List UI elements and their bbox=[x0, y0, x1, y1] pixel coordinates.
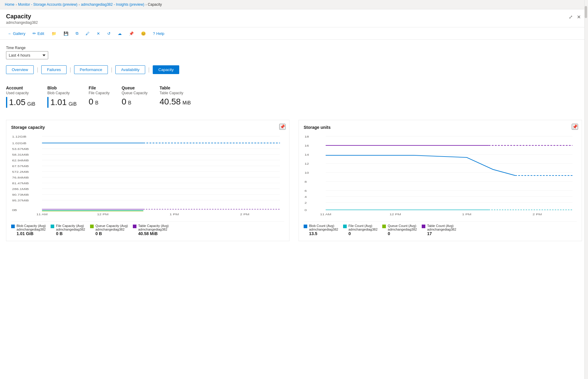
metric-blob-sublabel: Blob Capacity bbox=[47, 91, 77, 95]
legend-file-capacity: File Capacity (Avg) admchangediag382 0 B bbox=[51, 224, 85, 236]
breadcrumb: Home › Monitor - Storage Accounts (previ… bbox=[0, 0, 588, 9]
svg-text:572.2MiB: 572.2MiB bbox=[12, 170, 29, 173]
legend-file-text: File Capacity (Avg) admchangediag382 0 B bbox=[56, 224, 85, 236]
legend-blobcount-text: Blob Count (Avg) admchangediag382 13.5 bbox=[309, 224, 338, 236]
tab-capacity[interactable]: Capacity bbox=[153, 65, 180, 74]
time-range-section: Time Range Last 30 minutesLast hourLast … bbox=[6, 46, 582, 59]
svg-text:1.12GiB: 1.12GiB bbox=[12, 135, 27, 138]
metric-blob-unit: GiB bbox=[69, 101, 77, 107]
legend-blob-capacity: Blob Capacity (Avg) admchangediag382 1.0… bbox=[11, 224, 46, 236]
storage-capacity-panel: Storage capacity 📌 1.12GiB 1.02GiB 53.67… bbox=[6, 120, 289, 241]
svg-text:62.94MiB: 62.94MiB bbox=[12, 159, 29, 162]
legend-tablecount-color bbox=[422, 225, 425, 228]
breadcrumb-insights[interactable]: admchangediag382 - Insights (preview) bbox=[81, 2, 144, 7]
storage-capacity-pin[interactable]: 📌 bbox=[279, 124, 286, 130]
svg-text:18: 18 bbox=[305, 135, 309, 138]
legend-blob-count: Blob Count (Avg) admchangediag382 13.5 bbox=[304, 224, 338, 236]
breadcrumb-home[interactable]: Home bbox=[5, 2, 14, 7]
save-icon: 💾 bbox=[64, 31, 68, 36]
metric-blob-bar bbox=[47, 97, 48, 108]
svg-text:12: 12 bbox=[305, 162, 309, 165]
close-button[interactable]: ✕ bbox=[576, 13, 582, 21]
edit-button[interactable]: ✏ Edit bbox=[31, 30, 46, 37]
copy-icon: ⧉ bbox=[76, 31, 78, 36]
panel-title-area: Capacity admchangediag382 bbox=[6, 13, 38, 25]
svg-text:90.73MiB: 90.73MiB bbox=[12, 193, 29, 196]
copy-button[interactable]: ⧉ bbox=[74, 30, 80, 37]
folder-button[interactable]: 📁 bbox=[50, 30, 58, 37]
metric-queue-label: Queue bbox=[122, 85, 148, 90]
metric-file-label: File bbox=[89, 85, 109, 90]
metric-file-value: 0 bbox=[89, 97, 93, 107]
help-label: Help bbox=[156, 31, 164, 36]
refresh-button[interactable]: ↺ bbox=[105, 30, 112, 37]
tab-availability[interactable]: Availability bbox=[115, 65, 145, 74]
emoji-button[interactable]: 😊 bbox=[139, 30, 148, 37]
metric-table-value: 40.58 bbox=[160, 97, 181, 107]
legend-queuecount-text: Queue Count (Avg) admchangediag382 0 bbox=[388, 224, 417, 236]
save-button[interactable]: 💾 bbox=[62, 30, 70, 37]
metric-file-sublabel: File Capacity bbox=[89, 91, 109, 95]
storage-units-title: Storage units bbox=[304, 125, 577, 130]
metric-table-sublabel: Table Capacity bbox=[160, 91, 191, 95]
tab-performance[interactable]: Performance bbox=[74, 65, 108, 74]
tab-overview[interactable]: Overview bbox=[6, 65, 34, 74]
time-range-select[interactable]: Last 30 minutesLast hourLast 4 hoursLast… bbox=[6, 51, 48, 59]
maximize-button[interactable]: ⤢ bbox=[568, 13, 574, 21]
metric-queue-unit: B bbox=[128, 100, 131, 106]
metric-queue-value-row: 0 B bbox=[122, 97, 148, 107]
storage-units-panel: Storage units 📌 18 16 14 12 10 8 6 4 2 0 bbox=[299, 120, 582, 241]
svg-text:95.37MiB: 95.37MiB bbox=[12, 199, 29, 202]
legend-blobcount-color bbox=[304, 225, 307, 228]
pin-button[interactable]: 📌 bbox=[127, 30, 136, 37]
svg-text:10: 10 bbox=[305, 171, 309, 174]
legend-blob-text: Blob Capacity (Avg) admchangediag382 1.0… bbox=[17, 224, 46, 236]
metric-queue-value: 0 bbox=[122, 97, 127, 107]
tab-sep-4: | bbox=[148, 67, 150, 73]
storage-units-pin[interactable]: 📌 bbox=[572, 124, 578, 130]
svg-text:12 PM: 12 PM bbox=[389, 213, 401, 216]
svg-text:58.31MiB: 58.31MiB bbox=[12, 153, 29, 156]
metric-blob-value-row: 1.01 GiB bbox=[47, 97, 77, 108]
toolbar: ← Gallery ✏ Edit 📁 💾 ⧉ 🖊 ✕ ↺ ☁ 📌 😊 ? Hel… bbox=[0, 27, 588, 40]
help-button[interactable]: ? Help bbox=[151, 30, 166, 37]
legend-file-count: File Count (Avg) admchangediag382 0 bbox=[343, 224, 378, 236]
metric-table-value-row: 40.58 MiB bbox=[160, 97, 191, 107]
svg-text:286.1MiB: 286.1MiB bbox=[12, 188, 29, 191]
legend-queue-text: Queue Capacity (Avg) admchangediag382 0 … bbox=[95, 224, 128, 236]
metric-file-value-row: 0 B bbox=[89, 97, 109, 107]
svg-text:16: 16 bbox=[305, 144, 309, 147]
discard-button[interactable]: ✕ bbox=[95, 30, 102, 37]
tab-failures[interactable]: Failures bbox=[41, 65, 67, 74]
storage-capacity-title: Storage capacity bbox=[11, 125, 284, 130]
legend-table-color bbox=[133, 225, 136, 228]
svg-text:12 PM: 12 PM bbox=[97, 213, 108, 216]
svg-text:14: 14 bbox=[305, 153, 309, 156]
cloud-button[interactable]: ☁ bbox=[116, 30, 124, 37]
metric-account-bar bbox=[6, 97, 7, 108]
svg-text:67.57MiB: 67.57MiB bbox=[12, 165, 29, 168]
legend-filecount-color bbox=[343, 225, 347, 228]
legend-queuecount-color bbox=[382, 225, 386, 228]
gallery-button[interactable]: ← Gallery bbox=[6, 30, 27, 37]
charts-row: Storage capacity 📌 1.12GiB 1.02GiB 53.67… bbox=[6, 120, 582, 241]
breadcrumb-current: Capacity bbox=[148, 2, 162, 7]
page-title: Capacity bbox=[6, 13, 38, 20]
metric-queue: Queue Queue Capacity 0 B bbox=[122, 85, 148, 108]
scrollbar[interactable] bbox=[584, 40, 588, 379]
legend-table-text: Table Capacity (Avg) admchangediag382 40… bbox=[138, 224, 169, 236]
pencil-icon: 🖊 bbox=[86, 31, 89, 36]
tab-sep-1: | bbox=[37, 67, 38, 73]
pencil-button[interactable]: 🖊 bbox=[84, 30, 91, 37]
breadcrumb-monitor[interactable]: Monitor - Storage Accounts (preview) bbox=[18, 2, 77, 7]
legend-tablecount-text: Table Count (Avg) admchangediag382 17 bbox=[427, 224, 456, 236]
metric-account-value-row: 1.05 GiB bbox=[6, 97, 35, 108]
edit-icon: ✏ bbox=[33, 31, 36, 36]
storage-units-legend: Blob Count (Avg) admchangediag382 13.5 F… bbox=[304, 221, 577, 236]
metrics-row: Account Used capacity 1.05 GiB Blob Blob… bbox=[6, 82, 582, 111]
time-range-label: Time Range bbox=[6, 46, 582, 50]
back-icon: ← bbox=[8, 31, 12, 36]
edit-label: Edit bbox=[37, 31, 44, 36]
svg-text:1 PM: 1 PM bbox=[170, 213, 179, 216]
svg-text:1 PM: 1 PM bbox=[462, 213, 471, 216]
